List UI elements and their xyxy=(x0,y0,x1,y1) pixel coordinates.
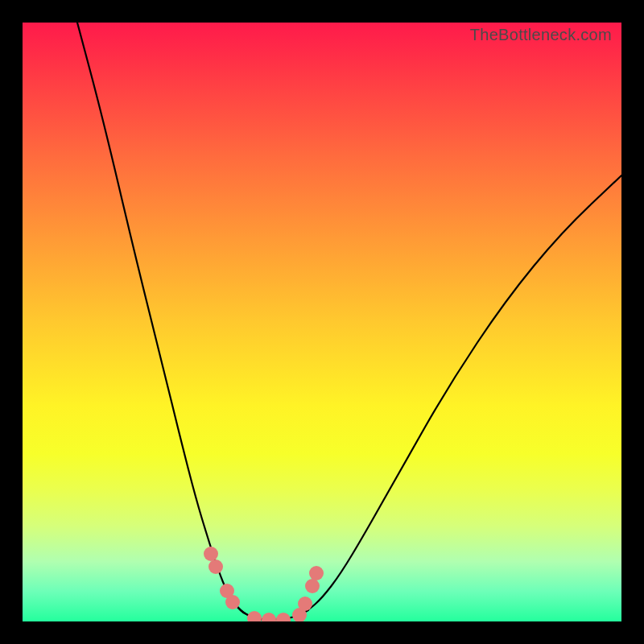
valley-marker xyxy=(298,597,312,611)
valley-marker xyxy=(247,611,262,621)
curve-left-branch xyxy=(77,23,262,620)
valley-marker xyxy=(262,613,276,621)
curve-layer xyxy=(23,23,621,621)
valley-marker xyxy=(225,595,240,609)
valley-marker xyxy=(208,559,223,574)
curve-right-branch xyxy=(296,175,621,617)
plot-area: TheBottleneck.com xyxy=(23,23,621,621)
valley-markers xyxy=(204,547,324,621)
valley-marker xyxy=(204,547,218,561)
valley-marker xyxy=(305,579,320,593)
valley-marker xyxy=(309,566,324,580)
chart-frame: TheBottleneck.com xyxy=(0,0,644,644)
valley-marker xyxy=(276,613,291,621)
